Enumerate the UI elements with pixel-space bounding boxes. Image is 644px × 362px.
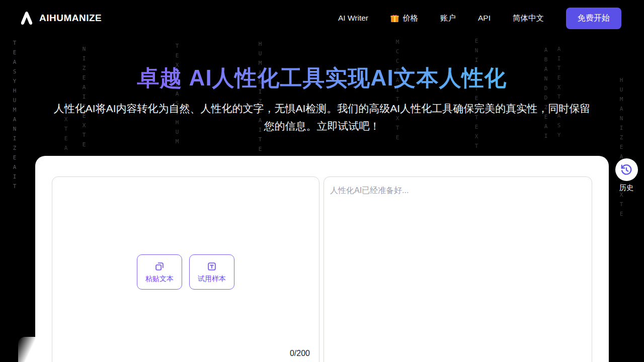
output-area: 人性化AI已经准备好... (324, 176, 592, 362)
paste-icon (154, 261, 165, 272)
output-placeholder: 人性化AI已经准备好... (324, 177, 592, 205)
main-nav: AI Writer 价格 账户 API 简体中文 免费开始 (338, 8, 621, 29)
quick-actions: 粘贴文本 试用样本 (137, 254, 234, 290)
brand-logo[interactable]: AIHUMANIZE (19, 10, 102, 26)
gift-icon (390, 14, 399, 23)
history-icon (620, 163, 633, 176)
hero-section: 卓越 AI人性化工具实现AI文本人性化 人性化AI将AI内容转化为自然、人性化的… (0, 65, 644, 135)
nav-item-pricing[interactable]: 价格 (390, 13, 418, 24)
page-title: 卓越 AI人性化工具实现AI文本人性化 (0, 65, 644, 91)
history-label: 历史 (613, 184, 640, 193)
brand-name: AIHUMANIZE (39, 13, 102, 24)
free-start-button[interactable]: 免费开始 (566, 8, 621, 29)
sample-text-icon (206, 261, 217, 272)
char-counter: 0/200 (290, 349, 310, 358)
nav-item-api[interactable]: API (478, 14, 491, 23)
nav-item-language[interactable]: 简体中文 (513, 13, 544, 24)
editor-card: 粘贴文本 试用样本 0/200 人性化AI已经准备好... (35, 156, 609, 362)
try-sample-label: 试用样本 (198, 275, 226, 284)
header: AIHUMANIZE AI Writer 价格 账户 API 简体中文 免费开始 (0, 0, 644, 36)
hero-subtitle: 人性化AI将AI内容转化为自然、人性化的文字，无惧AI检测。我们的高级AI人性化… (0, 100, 644, 135)
input-textarea[interactable]: 粘贴文本 试用样本 0/200 (52, 176, 319, 362)
nav-item-ai-writer[interactable]: AI Writer (338, 14, 368, 23)
history-widget: 历史 (613, 158, 640, 193)
history-button[interactable] (615, 158, 638, 181)
paste-text-button[interactable]: 粘贴文本 (137, 254, 182, 290)
paste-text-label: 粘贴文本 (145, 275, 174, 284)
brand-logo-icon (19, 10, 34, 26)
hero-subtitle-line1: 人性化AI将AI内容转化为自然、人性化的文字，无惧AI检测。我们的高级AI人性化… (0, 100, 644, 117)
try-sample-button[interactable]: 试用样本 (189, 254, 234, 290)
hero-subtitle-line2: 您的信息。立即试试吧！ (0, 117, 644, 135)
page: TEASYHUMANIZEAITXTEANIZEAITEXTETEXTEASYH… (0, 0, 644, 362)
nav-item-account[interactable]: 账户 (440, 13, 456, 24)
bottom-left-glow (18, 337, 35, 362)
